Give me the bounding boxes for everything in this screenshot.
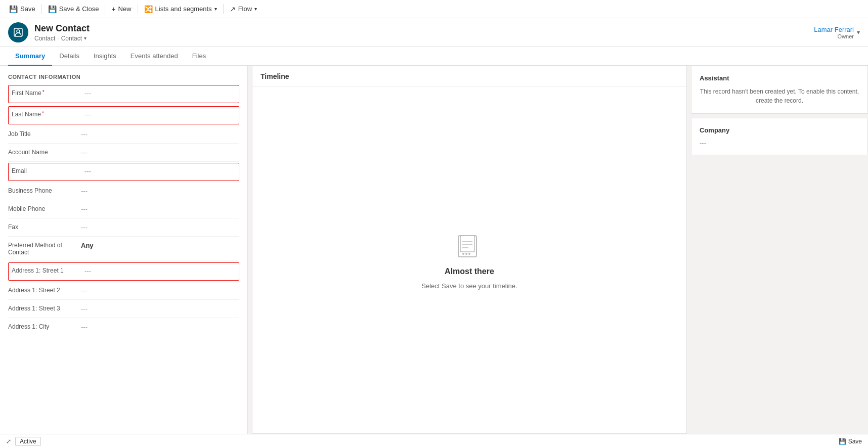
new-button[interactable]: + New <box>106 0 136 18</box>
field-value-address-city[interactable]: --- <box>79 322 239 332</box>
tab-events-attended[interactable]: Events attended <box>123 47 185 66</box>
tab-summary[interactable]: Summary <box>8 47 52 66</box>
save-button[interactable]: 💾 Save <box>4 0 40 18</box>
field-value-account-name[interactable]: --- <box>79 148 239 157</box>
record-icon <box>8 22 28 42</box>
field-label-job-title: Job Title <box>8 129 79 138</box>
field-value-address-street3[interactable]: --- <box>79 304 239 313</box>
breadcrumb-contact1[interactable]: Contact <box>34 35 55 42</box>
svg-point-9 <box>468 253 470 255</box>
svg-rect-3 <box>460 236 474 252</box>
field-row-last-name[interactable]: Last Name * --- <box>8 106 239 124</box>
breadcrumb-contact2[interactable]: Contact <box>61 35 82 42</box>
contact-info-panel: CONTACT INFORMATION First Name * --- Las… <box>0 66 248 434</box>
divider2 <box>105 4 105 14</box>
field-value-mobile-phone[interactable]: --- <box>79 204 239 214</box>
timeline-empty-subtitle: Select Save to see your timeline. <box>421 282 517 290</box>
owner-label: Owner <box>814 33 854 39</box>
tab-files[interactable]: Files <box>185 47 213 66</box>
timeline-empty-state: Almost there Select Save to see your tim… <box>252 87 686 433</box>
plus-icon: + <box>111 5 115 13</box>
record-title: New Contact <box>34 23 814 34</box>
company-value[interactable]: --- <box>700 139 859 147</box>
field-row-address-street1[interactable]: Address 1: Street 1 --- <box>8 262 239 281</box>
field-value-fax[interactable]: --- <box>79 222 239 232</box>
svg-point-8 <box>465 253 467 255</box>
status-badge[interactable]: Active <box>15 437 41 446</box>
field-label-last-name: Last Name * <box>12 110 82 118</box>
lists-icon: 🔀 <box>144 5 153 13</box>
field-row-address-city[interactable]: Address 1: City --- <box>8 318 239 336</box>
field-label-address-street3: Address 1: Street 3 <box>8 304 79 312</box>
owner-name[interactable]: Lamar Ferrari <box>814 26 854 33</box>
required-star-first-name: * <box>42 89 45 95</box>
status-left: ⤢ Active <box>6 437 41 446</box>
status-save-icon: 💾 <box>839 438 846 445</box>
breadcrumb-chevron-icon[interactable]: ▾ <box>84 35 86 41</box>
flow-button[interactable]: ↗ Flow ▾ <box>225 0 262 18</box>
field-label-account-name: Account Name <box>8 148 79 156</box>
field-row-business-phone[interactable]: Business Phone --- <box>8 182 239 200</box>
status-bar: ⤢ Active 💾 Save <box>0 434 868 448</box>
timeline-empty-icon <box>454 231 485 261</box>
flow-icon: ↗ <box>230 5 236 13</box>
right-panel: Assistant This record hasn't been create… <box>691 66 868 434</box>
contact-info-section-title: CONTACT INFORMATION <box>8 74 239 80</box>
svg-point-1 <box>17 30 20 33</box>
field-value-first-name[interactable]: --- <box>82 88 236 98</box>
field-label-business-phone: Business Phone <box>8 186 79 194</box>
save-label: Save <box>20 5 35 13</box>
field-value-address-street1[interactable]: --- <box>82 266 236 276</box>
assistant-title: Assistant <box>700 74 859 82</box>
field-label-mobile-phone: Mobile Phone <box>8 204 79 212</box>
field-row-fax[interactable]: Fax --- <box>8 218 239 237</box>
field-row-address-street2[interactable]: Address 1: Street 2 --- <box>8 282 239 300</box>
lists-label: Lists and segments <box>155 5 212 13</box>
tab-details[interactable]: Details <box>52 47 86 66</box>
record-title-area: New Contact Contact · Contact ▾ <box>34 23 814 42</box>
field-row-mobile-phone[interactable]: Mobile Phone --- <box>8 200 239 218</box>
field-row-address-street3[interactable]: Address 1: Street 3 --- <box>8 300 239 318</box>
status-expand-icon[interactable]: ⤢ <box>6 438 11 445</box>
main-content: CONTACT INFORMATION First Name * --- Las… <box>0 66 868 434</box>
save-close-icon: 💾 <box>48 5 57 13</box>
timeline-empty-title: Almost there <box>445 267 494 276</box>
field-row-email[interactable]: Email --- <box>8 163 239 181</box>
field-value-business-phone[interactable]: --- <box>79 186 239 196</box>
field-label-address-street1: Address 1: Street 1 <box>12 266 82 274</box>
field-row-account-name[interactable]: Account Name --- <box>8 144 239 162</box>
field-label-first-name: First Name * <box>12 88 82 97</box>
divider4 <box>223 4 224 14</box>
owner-chevron-icon[interactable]: ▾ <box>857 29 860 36</box>
field-row-preferred-contact[interactable]: Preferred Method of Contact Any <box>8 237 239 260</box>
record-owner: Lamar Ferrari Owner ▾ <box>814 26 860 39</box>
field-value-last-name[interactable]: --- <box>82 110 236 119</box>
required-star-last-name: * <box>42 111 44 116</box>
flow-label: Flow <box>238 5 252 13</box>
field-label-address-street2: Address 1: Street 2 <box>8 286 79 294</box>
lists-chevron-icon: ▾ <box>214 6 217 12</box>
field-row-first-name[interactable]: First Name * --- <box>8 85 239 103</box>
toolbar: 💾 Save 💾 Save & Close + New 🔀 Lists and … <box>0 0 868 18</box>
timeline-title: Timeline <box>252 66 686 87</box>
timeline-panel: Timeline Almost there Select Save to see… <box>252 66 687 434</box>
company-card: Company --- <box>691 118 868 155</box>
divider3 <box>138 4 138 14</box>
tab-insights[interactable]: Insights <box>86 47 123 66</box>
company-title: Company <box>700 126 859 134</box>
field-row-job-title[interactable]: Job Title --- <box>8 125 239 144</box>
field-label-address-city: Address 1: City <box>8 322 79 330</box>
field-value-email[interactable]: --- <box>82 166 236 176</box>
field-value-address-street2[interactable]: --- <box>79 286 239 295</box>
lists-segments-button[interactable]: 🔀 Lists and segments ▾ <box>139 0 222 18</box>
flow-chevron-icon: ▾ <box>254 6 257 12</box>
save-close-button[interactable]: 💾 Save & Close <box>43 0 104 18</box>
assistant-card: Assistant This record hasn't been create… <box>691 66 868 114</box>
field-value-preferred-contact[interactable]: Any <box>79 241 239 250</box>
field-label-fax: Fax <box>8 222 79 231</box>
field-label-preferred-contact: Preferred Method of Contact <box>8 241 79 256</box>
breadcrumb: Contact · Contact ▾ <box>34 35 814 42</box>
field-value-job-title[interactable]: --- <box>79 129 239 139</box>
status-save-button[interactable]: 💾 Save <box>839 438 862 445</box>
assistant-text: This record hasn't been created yet. To … <box>700 87 859 105</box>
